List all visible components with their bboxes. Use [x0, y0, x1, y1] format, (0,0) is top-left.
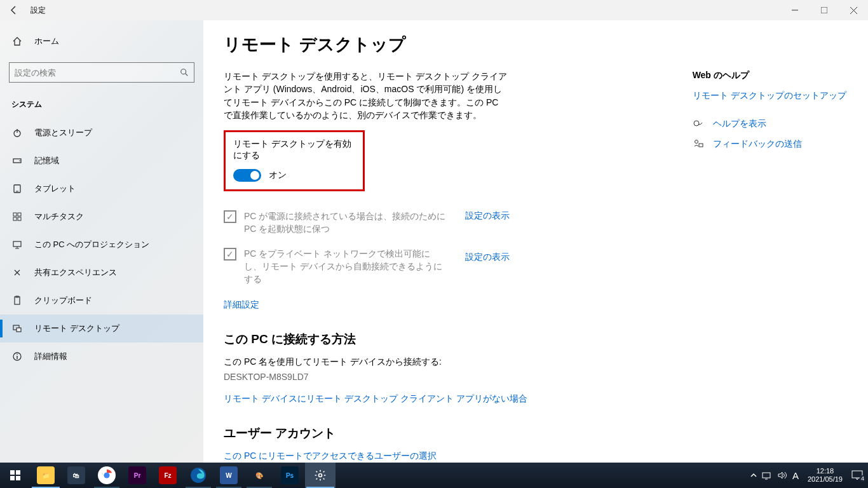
tray-chevron-icon[interactable] [750, 472, 757, 478]
svg-rect-35 [763, 473, 770, 478]
check1-label: PC が電源に接続されている場合は、接続のために PC を起動状態に保つ [244, 210, 447, 235]
nav-storage[interactable]: 記憶域 [0, 147, 203, 175]
nav-label: マルチタスク [34, 211, 84, 222]
taskbar-chrome[interactable] [92, 463, 122, 488]
projection-icon [11, 240, 23, 250]
tray-clock[interactable]: 12:18 2021/05/19 [804, 467, 846, 484]
select-users-link[interactable]: この PC にリモートでアクセスできるユーザーの選択 [224, 451, 621, 462]
rdp-setup-link[interactable]: リモート デスクトップのセットアップ [693, 90, 848, 102]
minimize-button[interactable] [780, 0, 810, 20]
nav-projection[interactable]: この PC へのプロジェクション [0, 231, 203, 259]
nav-about[interactable]: 詳細情報 [0, 342, 203, 370]
taskbar-paint[interactable]: 🎨 [244, 463, 275, 488]
system-tray[interactable]: A 12:18 2021/05/19 4 [745, 463, 868, 488]
svg-rect-1 [821, 7, 827, 13]
nav-label: 共有エクスペリエンス [34, 267, 117, 278]
page-heading: リモート デスクトップ [224, 33, 848, 56]
taskbar-settings[interactable] [305, 463, 336, 488]
notification-badge: 4 [860, 475, 865, 482]
back-button[interactable] [0, 0, 28, 20]
web-help-heading: Web のヘルプ [693, 70, 848, 81]
maximize-button[interactable] [810, 0, 839, 20]
multitask-icon [11, 212, 23, 222]
nav-tablet[interactable]: タブレット [0, 175, 203, 203]
nav-label: リモート デスクトップ [34, 323, 119, 334]
taskbar-premiere[interactable]: Pr [122, 463, 153, 488]
enable-rdp-block: リモート デスクトップを有効にする オン [224, 130, 365, 191]
svg-rect-13 [18, 213, 21, 216]
tray-volume-icon[interactable] [777, 471, 787, 480]
taskbar-explorer[interactable]: 📁 [31, 463, 61, 488]
help-icon [693, 119, 704, 129]
nav-multitask[interactable]: マルチタスク [0, 203, 203, 231]
nav-label: 記憶域 [34, 155, 59, 166]
svg-point-9 [19, 160, 20, 161]
remote-icon [11, 323, 23, 334]
taskbar-photoshop[interactable]: Ps [275, 463, 305, 488]
svg-rect-29 [10, 476, 15, 480]
nav-remote-desktop[interactable]: リモート デスクトップ [0, 315, 203, 342]
taskbar-store[interactable]: 🛍 [61, 463, 92, 488]
taskbar-filezilla[interactable]: Fz [153, 463, 183, 488]
nav-label: この PC へのプロジェクション [34, 239, 149, 250]
connect-desc: この PC 名を使用してリモート デバイスから接続する: [224, 356, 621, 368]
window-title: 設定 [28, 5, 46, 16]
advanced-settings-link[interactable]: 詳細設定 [224, 299, 621, 311]
send-feedback-label: フィードバックの送信 [713, 139, 802, 150]
close-button[interactable] [839, 0, 868, 20]
shared-icon [11, 268, 23, 278]
nav-shared-experiences[interactable]: 共有エクスペリエンス [0, 259, 203, 287]
home-icon [11, 36, 23, 46]
svg-point-25 [695, 140, 698, 144]
svg-rect-14 [13, 217, 17, 220]
show-help-label: ヘルプを表示 [713, 118, 766, 130]
search-box[interactable] [9, 62, 194, 83]
toggle-label: リモート デスクトップを有効にする [233, 139, 355, 161]
home-nav[interactable]: ホーム [0, 30, 203, 52]
svg-point-32 [104, 472, 109, 478]
tray-network-icon[interactable] [762, 471, 772, 480]
search-input[interactable] [15, 68, 180, 78]
nav-label: 電源とスリープ [34, 127, 92, 139]
tray-action-center[interactable]: 4 [851, 470, 863, 480]
clipboard-icon [11, 295, 23, 306]
tablet-icon [11, 184, 23, 194]
pc-name: DESKTOP-M8S9LD7 [224, 372, 621, 382]
svg-rect-30 [16, 476, 20, 480]
users-heading: ユーザー アカウント [224, 425, 621, 442]
taskbar-edge[interactable] [183, 463, 214, 488]
show-settings-link-2[interactable]: 設定の表示 [465, 252, 510, 263]
section-label: システム [0, 88, 203, 119]
storage-icon [11, 156, 23, 166]
tray-ime[interactable]: A [792, 470, 799, 481]
nav-clipboard[interactable]: クリップボード [0, 287, 203, 315]
svg-rect-15 [18, 217, 21, 220]
clock-time: 12:18 [808, 467, 843, 475]
svg-line-5 [186, 74, 188, 76]
keep-awake-checkbox[interactable]: ✓ [224, 210, 236, 223]
svg-point-34 [319, 474, 322, 477]
discoverable-checkbox[interactable]: ✓ [224, 248, 236, 261]
nav-label: タブレット [34, 183, 76, 194]
check2-label: PC をプライベート ネットワークで検出可能にし、リモート デバイスから自動接続… [244, 248, 447, 285]
nav-label: クリップボード [34, 295, 92, 306]
svg-rect-28 [16, 470, 20, 475]
no-client-link[interactable]: リモート デバイスにリモート デスクトップ クライアント アプリがない場合 [224, 393, 621, 405]
show-help-row[interactable]: ヘルプを表示 [693, 118, 848, 130]
show-settings-link-1[interactable]: 設定の表示 [465, 210, 510, 222]
power-icon [11, 128, 23, 138]
taskbar-word[interactable]: W [214, 463, 244, 488]
home-label: ホーム [34, 36, 59, 47]
svg-rect-17 [15, 297, 20, 304]
titlebar: 設定 [0, 0, 868, 20]
svg-rect-20 [17, 328, 21, 332]
taskbar: 📁 🛍 Pr Fz W 🎨 Ps A 12:18 2021/05/19 4 [0, 463, 868, 488]
start-button[interactable] [0, 463, 31, 488]
clock-date: 2021/05/19 [808, 475, 843, 484]
toggle-state: オン [269, 170, 287, 181]
send-feedback-row[interactable]: フィードバックの送信 [693, 139, 848, 150]
svg-rect-27 [10, 470, 15, 475]
nav-power-sleep[interactable]: 電源とスリープ [0, 119, 203, 147]
enable-rdp-toggle[interactable] [233, 169, 261, 182]
svg-point-4 [181, 69, 186, 74]
